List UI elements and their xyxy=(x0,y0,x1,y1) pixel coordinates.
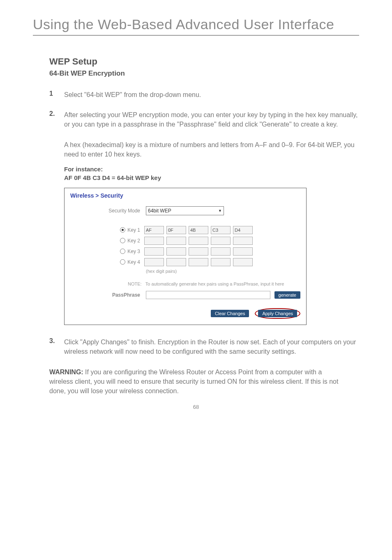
chevron-down-icon: ▼ xyxy=(218,209,222,213)
key1-hex3[interactable]: 4B xyxy=(189,226,208,234)
warning-lead: WARNING: xyxy=(49,369,83,376)
warning-block: WARNING: If you are configuring the Wire… xyxy=(49,367,343,396)
section-title: WEP Setup xyxy=(49,56,359,67)
hex-note: (hex digit pairs) xyxy=(146,269,300,274)
key4-label: Key 4 xyxy=(127,259,140,265)
security-screenshot: Wireless > Security Security Mode 64bit … xyxy=(64,188,307,325)
for-instance-label: For instance: xyxy=(64,166,103,173)
step-2-text: After selecting your WEP encryption mode… xyxy=(64,110,359,129)
for-instance-value: AF 0F 4B C3 D4 = 64-bit WEP key xyxy=(64,174,161,181)
key2-hex3[interactable] xyxy=(189,237,208,245)
step-1-number: 1 xyxy=(49,90,64,97)
apply-highlight-circle: Apply Changes xyxy=(255,308,300,319)
key1-label: Key 1 xyxy=(127,227,140,233)
key4-hex3[interactable] xyxy=(189,258,208,266)
key1-hex4[interactable]: C3 xyxy=(211,226,231,234)
key2-radio[interactable] xyxy=(120,238,125,243)
key2-label: Key 2 xyxy=(127,238,140,244)
key2-hex5[interactable] xyxy=(233,237,253,245)
security-mode-select[interactable]: 64bit WEP ▼ xyxy=(146,206,224,215)
step-2-sub: A hex (hexadecimal) key is a mixture of … xyxy=(64,140,359,159)
passphrase-note: NOTE: To automatically generate hex pair… xyxy=(128,281,300,287)
page-title: Using the Web-Based Advanced User Interf… xyxy=(33,16,359,32)
key4-hex5[interactable] xyxy=(233,258,253,266)
note-lead: NOTE: xyxy=(128,281,144,287)
note-text: To automatically generate hex pairs usin… xyxy=(145,281,284,286)
key3-hex1[interactable] xyxy=(144,247,164,256)
passphrase-input[interactable] xyxy=(146,291,270,299)
key4-hex2[interactable] xyxy=(166,258,186,266)
step-3-text: Click "Apply Changes" to finish. Encrypt… xyxy=(64,337,359,356)
key4-hex4[interactable] xyxy=(211,258,231,266)
step-3: 3. Click "Apply Changes" to finish. Encr… xyxy=(49,337,359,356)
apply-changes-button[interactable]: Apply Changes xyxy=(258,310,297,317)
warning-text: If you are configuring the Wireless Rout… xyxy=(49,369,338,394)
security-mode-label: Security Mode xyxy=(70,208,146,214)
key2-hex2[interactable] xyxy=(166,237,186,245)
generate-button[interactable]: generate xyxy=(274,291,300,299)
key1-hex5[interactable]: D4 xyxy=(233,226,253,234)
security-mode-value: 64bit WEP xyxy=(148,208,171,214)
key4-hex1[interactable] xyxy=(144,258,164,266)
step-2: 2. After selecting your WEP encryption m… xyxy=(49,110,359,129)
key3-hex3[interactable] xyxy=(189,247,208,256)
key3-hex5[interactable] xyxy=(233,247,253,256)
step-1: 1 Select "64-bit WEP" from the drop-down… xyxy=(49,90,359,99)
clear-changes-button[interactable]: Clear Changes xyxy=(211,310,249,317)
step-1-text: Select "64-bit WEP" from the drop-down m… xyxy=(64,90,201,99)
key3-hex4[interactable] xyxy=(211,247,231,256)
section-subtitle: 64-Bit WEP Encryption xyxy=(49,69,359,78)
title-rule xyxy=(33,35,359,36)
key1-hex1[interactable]: AF xyxy=(144,226,164,234)
key2-hex4[interactable] xyxy=(211,237,231,245)
key3-radio[interactable] xyxy=(120,249,125,254)
key3-hex2[interactable] xyxy=(166,247,186,256)
page-number: 68 xyxy=(33,404,359,410)
key4-radio[interactable] xyxy=(120,259,125,265)
key2-hex1[interactable] xyxy=(144,237,164,245)
step-2-number: 2. xyxy=(49,110,64,118)
key3-label: Key 3 xyxy=(127,249,140,254)
key1-hex2[interactable]: 0F xyxy=(166,226,186,234)
for-instance-block: For instance: AF 0F 4B C3 D4 = 64-bit WE… xyxy=(64,165,359,182)
passphrase-label: PassPhrase xyxy=(70,292,146,298)
breadcrumb: Wireless > Security xyxy=(70,192,300,199)
step-3-number: 3. xyxy=(49,337,64,345)
key1-radio[interactable] xyxy=(120,227,125,233)
